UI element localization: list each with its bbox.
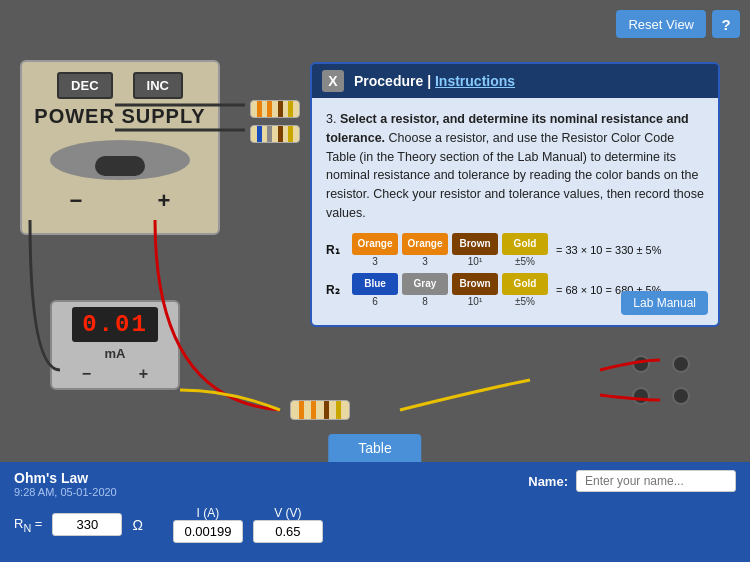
name-input[interactable]	[576, 470, 736, 492]
ammeter-minus: −	[82, 365, 91, 383]
r2-band-3: Brown 10¹	[452, 273, 498, 307]
ammeter: 0.01 mA − +	[50, 300, 180, 390]
instructions-link[interactable]: Instructions	[435, 73, 515, 89]
omega-symbol: Ω	[132, 517, 142, 533]
r2-val-1: 6	[372, 296, 378, 307]
r1-row: R₁ Orange 3 Orange 3 Brown 10¹ Gold ±5%	[326, 233, 704, 267]
r1-color-1: Orange	[352, 233, 398, 255]
help-button[interactable]: ?	[712, 10, 740, 38]
ammeter-unit: mA	[105, 346, 126, 361]
r2-band-4: Gold ±5%	[502, 273, 548, 307]
rn-value-input[interactable]	[52, 513, 122, 536]
workspace: Reset View ? DEC INC POWER SUPPLY − +	[0, 0, 750, 462]
r1-val-3: 10¹	[468, 256, 482, 267]
reset-view-button[interactable]: Reset View	[616, 10, 706, 38]
procedure-dialog: X Procedure | Instructions 3. Select a r…	[310, 62, 720, 327]
r2-val-3: 10¹	[468, 296, 482, 307]
connector-right-1	[632, 355, 650, 373]
r1-band-1: Orange 3	[352, 233, 398, 267]
inc-button[interactable]: INC	[133, 72, 183, 99]
power-supply: DEC INC POWER SUPPLY − +	[20, 60, 220, 235]
r2-label: R₂	[326, 283, 348, 297]
r1-color-4: Gold	[502, 233, 548, 255]
top-buttons-container: Reset View ?	[616, 10, 740, 38]
ps-plus-terminal: +	[158, 188, 171, 214]
bottom-resistor	[290, 400, 350, 420]
v-value-input[interactable]	[253, 520, 323, 543]
ammeter-plus: +	[139, 365, 148, 383]
ammeter-terminals: − +	[58, 365, 172, 383]
dec-button[interactable]: DEC	[57, 72, 112, 99]
ps-terminals: − +	[32, 188, 208, 214]
ammeter-display: 0.01	[72, 307, 158, 342]
connector-right-4	[672, 387, 690, 405]
r1-val-4: ±5%	[515, 256, 535, 267]
rn-label: RN =	[14, 516, 42, 534]
connector-right-2	[632, 387, 650, 405]
step-text: 3. Select a resistor, and determine its …	[326, 110, 704, 223]
r1-val-2: 3	[422, 256, 428, 267]
bottom-data-row: RN = Ω I (A) V (V)	[14, 506, 736, 543]
r2-band-2: Gray 8	[402, 273, 448, 307]
name-label: Name:	[528, 474, 568, 489]
table-tab-button[interactable]: Table	[328, 434, 421, 462]
ps-control-buttons: DEC INC	[57, 72, 183, 99]
ps-minus-terminal: −	[70, 188, 83, 214]
bottom-bar: Name: Ohm's Law 9:28 AM, 05-01-2020 RN =…	[0, 462, 750, 562]
r2-val-2: 8	[422, 296, 428, 307]
r2-val-4: ±5%	[515, 296, 535, 307]
col-header-v: V (V)	[274, 506, 301, 520]
step-number: 3.	[326, 112, 336, 126]
lab-manual-button[interactable]: Lab Manual	[621, 291, 708, 315]
connector-right-3	[672, 355, 690, 373]
dialog-header: X Procedure | Instructions	[312, 64, 718, 98]
dialog-title: Procedure | Instructions	[354, 73, 515, 89]
i-value-input[interactable]	[173, 520, 243, 543]
r2-color-1: Blue	[352, 273, 398, 295]
top-resistor-1	[250, 100, 300, 118]
r1-band-4: Gold ±5%	[502, 233, 548, 267]
procedure-label: Procedure	[354, 73, 423, 89]
dialog-close-button[interactable]: X	[322, 70, 344, 92]
col-header-i: I (A)	[197, 506, 220, 520]
power-supply-label: POWER SUPPLY	[34, 105, 205, 128]
connector-group-right	[632, 355, 650, 405]
connector-group-right2	[672, 355, 690, 405]
r2-color-3: Brown	[452, 273, 498, 295]
r1-band-2: Orange 3	[402, 233, 448, 267]
r2-color-2: Gray	[402, 273, 448, 295]
r1-color-2: Orange	[402, 233, 448, 255]
r2-color-4: Gold	[502, 273, 548, 295]
r1-band-3: Brown 10¹	[452, 233, 498, 267]
r2-band-1: Blue 6	[352, 273, 398, 307]
r1-color-3: Brown	[452, 233, 498, 255]
name-section: Name:	[528, 470, 736, 492]
top-resistor-2	[250, 125, 300, 143]
title-separator: |	[427, 73, 435, 89]
r1-equals: = 33 × 10 = 330 ± 5%	[556, 244, 661, 256]
r1-label: R₁	[326, 243, 348, 257]
r1-val-1: 3	[372, 256, 378, 267]
